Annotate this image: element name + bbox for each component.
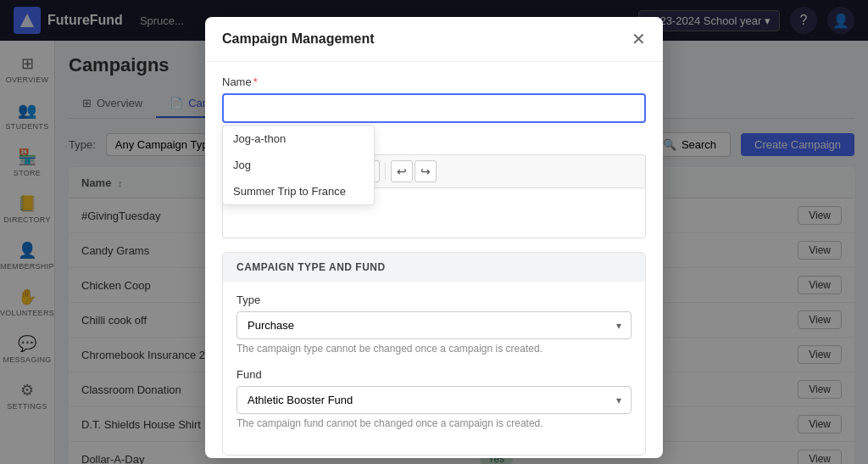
- section-type-fund-header: CAMPAIGN TYPE AND FUND: [223, 253, 645, 282]
- campaign-management-modal: Campaign Management ✕ Name* Jog-a-thon J…: [205, 17, 663, 458]
- modal-close-button[interactable]: ✕: [632, 31, 646, 48]
- toolbar-redo-button[interactable]: ↪: [415, 160, 437, 182]
- toolbar-undo-button[interactable]: ↩: [391, 160, 413, 182]
- autocomplete-dropdown: Jog-a-thon Jog Summer Trip to France: [222, 125, 375, 205]
- name-form-group: Name* Jog-a-thon Jog Summer Trip to Fran…: [222, 75, 646, 123]
- modal-overlay[interactable]: Campaign Management ✕ Name* Jog-a-thon J…: [0, 0, 868, 464]
- type-helper-text: The campaign type cannot be changed once…: [236, 343, 632, 355]
- type-select-wrap: Purchase: [236, 311, 632, 339]
- fund-helper-text: The campaign fund cannot be changed once…: [236, 417, 632, 429]
- type-form-group: Type Purchase The campaign type cannot b…: [236, 293, 632, 355]
- fund-select-wrap: Athletic Booster Fund: [236, 386, 632, 414]
- fund-select[interactable]: Athletic Booster Fund: [236, 386, 632, 414]
- name-label: Name*: [222, 75, 646, 88]
- modal-header: Campaign Management ✕: [205, 17, 663, 62]
- name-input-wrap: Jog-a-thon Jog Summer Trip to France: [222, 93, 646, 123]
- fund-label: Fund: [236, 368, 632, 381]
- fund-form-group: Fund Athletic Booster Fund The campaign …: [236, 368, 632, 429]
- modal-title: Campaign Management: [222, 31, 375, 47]
- modal-body: Name* Jog-a-thon Jog Summer Trip to Fran…: [205, 62, 663, 458]
- type-select[interactable]: Purchase: [236, 311, 632, 339]
- name-input[interactable]: [222, 93, 646, 123]
- section-type-fund: CAMPAIGN TYPE AND FUND Type Purchase The…: [222, 252, 646, 456]
- autocomplete-item-1[interactable]: Jog: [223, 152, 374, 178]
- section-type-fund-body: Type Purchase The campaign type cannot b…: [223, 282, 645, 455]
- name-required: *: [253, 75, 258, 88]
- autocomplete-item-2[interactable]: Summer Trip to France: [223, 178, 374, 204]
- toolbar-separator-2: [385, 163, 386, 180]
- autocomplete-item-0[interactable]: Jog-a-thon: [223, 126, 374, 152]
- type-label: Type: [236, 293, 632, 306]
